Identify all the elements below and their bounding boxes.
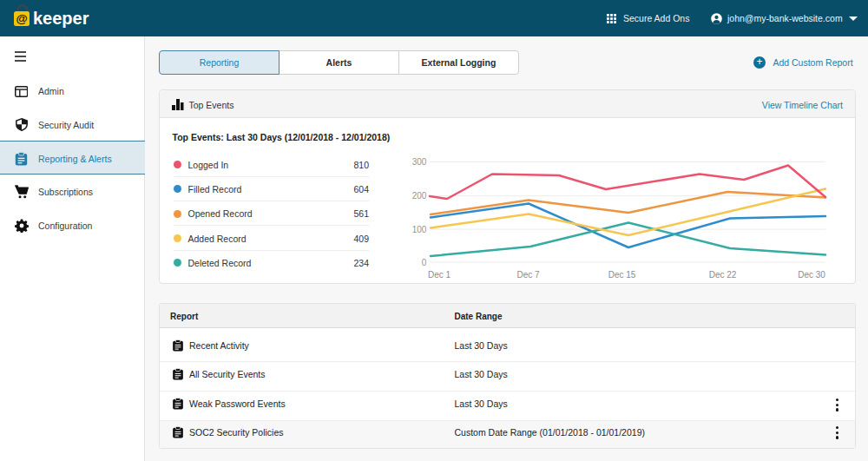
svg-text:200: 200 (412, 191, 427, 201)
svg-text:Dec 22: Dec 22 (709, 270, 737, 280)
svg-text:0: 0 (422, 258, 427, 267)
svg-text:100: 100 (412, 225, 427, 234)
svg-text:300: 300 (412, 157, 427, 167)
svg-text:Dec 30: Dec 30 (798, 270, 825, 280)
svg-text:Dec 7: Dec 7 (516, 270, 540, 280)
svg-text:Dec 15: Dec 15 (608, 270, 636, 280)
svg-text:Dec 1: Dec 1 (428, 270, 451, 280)
svg-text:@: @ (16, 12, 27, 25)
